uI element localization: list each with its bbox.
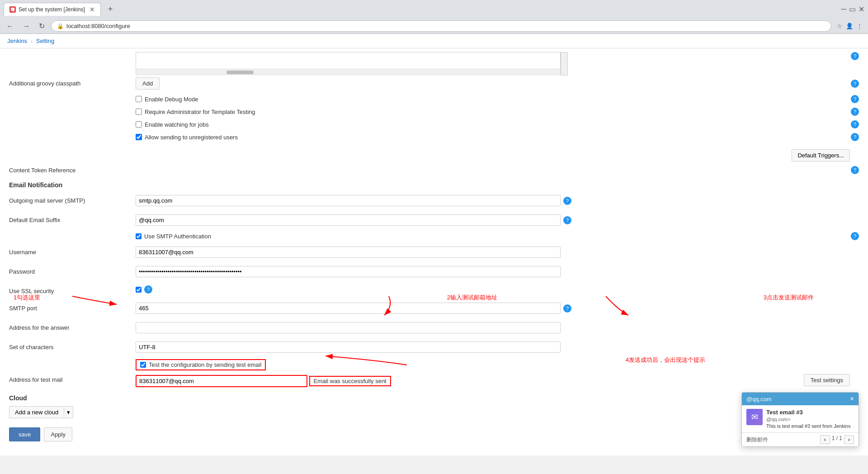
bookmark-icon[interactable]: ☆: [837, 23, 842, 29]
password-row: Password: [9, 264, 859, 279]
admin-help-icon[interactable]: ?: [851, 108, 859, 116]
groovy-help-icon[interactable]: ?: [851, 52, 859, 60]
default-triggers-button[interactable]: Default Triggers...: [792, 149, 850, 161]
content-token-label: Content Token Reference: [9, 167, 136, 174]
add-cloud-button[interactable]: Add a new cloud: [9, 406, 64, 418]
content-token-row: Content Token Reference ?: [9, 166, 859, 174]
test-mail-row: Address for test mail 836311007@qq.com E…: [9, 374, 859, 387]
username-input[interactable]: 836311007@qq.com: [136, 246, 561, 258]
address-answer-control: [136, 322, 859, 333]
charset-control: UTF-8: [136, 341, 859, 353]
content-token-help-icon[interactable]: ?: [851, 166, 859, 174]
test-settings-button[interactable]: Test settings: [804, 374, 850, 386]
browser-chrome: J Set up the system [Jenkins] ✕ + ─ ▭ ✕ …: [0, 0, 868, 34]
allow-unregistered-label: Allow sending to unregistered users: [145, 134, 238, 141]
charset-label: Set of characters: [9, 341, 136, 351]
password-label: Password: [9, 266, 136, 275]
test-mail-input[interactable]: 836311007@qq.com: [136, 375, 307, 387]
smtp-port-control: 465 ?: [136, 303, 859, 314]
email-suffix-control: @qq.com ?: [136, 214, 859, 226]
minimize-icon[interactable]: ─: [841, 5, 846, 14]
charset-row: Set of characters UTF-8: [9, 340, 859, 355]
popup-close-button[interactable]: ×: [850, 395, 854, 403]
checkboxes-group: Enable Debug Mode ? Require Administrato…: [136, 94, 859, 142]
tab-favicon: J: [9, 6, 16, 13]
add-button[interactable]: Add: [136, 77, 160, 90]
back-button[interactable]: ←: [4, 21, 16, 31]
add-cloud-group: Add a new cloud ▾: [9, 406, 859, 418]
tab-title: Set up the system [Jenkins]: [19, 6, 85, 13]
popup-nav: ‹ 1 / 1 ›: [820, 435, 854, 444]
ssl-help-icon[interactable]: ?: [144, 285, 152, 294]
charset-input[interactable]: UTF-8: [136, 341, 561, 353]
smtp-control: smtp.qq.com ?: [136, 195, 859, 206]
groovy-classpath-textarea[interactable]: [136, 52, 560, 69]
url-box[interactable]: 🔒 localhost:8080/configure: [51, 20, 831, 32]
svg-text:J: J: [11, 8, 13, 12]
breadcrumb-jenkins[interactable]: Jenkins: [7, 38, 27, 44]
watching-help-icon[interactable]: ?: [851, 120, 859, 128]
email-avatar: ✉: [746, 409, 763, 425]
popup-email-account: @qq.com: [746, 396, 772, 403]
enable-watching-checkbox[interactable]: [136, 121, 142, 128]
username-label: Username: [9, 246, 136, 256]
enable-debug-checkbox[interactable]: [136, 96, 142, 102]
smtp-port-help-icon[interactable]: ?: [563, 304, 571, 313]
url-text: localhost:8080/configure: [66, 23, 826, 29]
forward-button[interactable]: →: [20, 21, 33, 31]
address-answer-label: Address for the answer: [9, 322, 136, 331]
breadcrumb-separator: ›: [31, 38, 33, 44]
address-answer-input[interactable]: [136, 322, 561, 333]
menu-icon[interactable]: ⋮: [857, 23, 863, 29]
save-button[interactable]: save: [9, 427, 40, 441]
checkbox-row-unregistered: Allow sending to unregistered users ?: [136, 132, 859, 142]
toolbar-icons: ☆ 👤 ⋮: [835, 23, 864, 29]
popup-prev-button[interactable]: ‹: [820, 435, 830, 444]
browser-tab[interactable]: J Set up the system [Jenkins] ✕: [4, 3, 101, 16]
smtp-port-input[interactable]: 465: [136, 303, 561, 314]
horizontal-scrollbar[interactable]: [136, 69, 561, 75]
jenkins-nav: Jenkins › Setting: [0, 34, 868, 48]
checkbox-row-debug: Enable Debug Mode ?: [136, 94, 859, 104]
email-suffix-input[interactable]: @qq.com: [136, 214, 561, 226]
email-suffix-help-icon[interactable]: ?: [563, 216, 571, 224]
ssl-row: Use SSL security ?: [9, 284, 859, 296]
popup-next-button[interactable]: ›: [844, 435, 854, 444]
smtp-label: Outgoing mail server (SMTP): [9, 195, 136, 204]
password-control: [136, 266, 859, 277]
vertical-scrollbar[interactable]: [561, 52, 568, 76]
refresh-button[interactable]: ↻: [36, 21, 47, 31]
close-icon[interactable]: ✕: [859, 5, 864, 14]
new-tab-button[interactable]: +: [104, 3, 117, 16]
breadcrumb-setting[interactable]: Setting: [36, 38, 54, 44]
address-answer-row: Address for the answer: [9, 320, 859, 335]
add-cloud-dropdown[interactable]: ▾: [64, 406, 73, 418]
smtp-auth-row: Use SMTP Authentication ?: [136, 232, 859, 240]
groovy-classpath-label: Additional groovy classpath: [9, 80, 136, 87]
ssl-control: ?: [136, 285, 859, 294]
email-sent-message: Email was successfully sent: [309, 376, 391, 386]
maximize-icon[interactable]: ▭: [849, 5, 856, 14]
email-suffix-label: Default Email Suffix: [9, 214, 136, 223]
profile-icon[interactable]: 👤: [846, 23, 853, 29]
unregistered-help-icon[interactable]: ?: [851, 133, 859, 141]
popup-footer: 删除邮件 ‹ 1 / 1 ›: [742, 432, 859, 446]
smtp-auth-checkbox[interactable]: [136, 233, 142, 239]
smtp-auth-help-icon[interactable]: ?: [851, 232, 859, 240]
checkbox-row-admin: Require Administrator for Template Testi…: [136, 107, 859, 117]
smtp-input[interactable]: smtp.qq.com: [136, 195, 561, 206]
tab-close-button[interactable]: ✕: [90, 6, 95, 13]
smtp-help-icon[interactable]: ?: [563, 197, 571, 205]
password-input[interactable]: [136, 266, 561, 277]
require-admin-checkbox[interactable]: [136, 109, 142, 115]
save-apply-row: save Apply: [9, 427, 859, 441]
address-bar: ← → ↻ 🔒 localhost:8080/configure ☆ 👤 ⋮: [0, 19, 868, 33]
allow-unregistered-checkbox[interactable]: [136, 134, 142, 140]
enable-debug-label: Enable Debug Mode: [145, 96, 198, 103]
test-config-checkbox[interactable]: [140, 362, 146, 368]
ssl-checkbox[interactable]: [136, 287, 142, 293]
debug-help-icon[interactable]: ?: [851, 95, 859, 103]
additional-groovy-row: Additional groovy classpath Add ?: [9, 77, 859, 90]
apply-button[interactable]: Apply: [44, 427, 72, 441]
add-help-icon[interactable]: ?: [851, 80, 859, 88]
